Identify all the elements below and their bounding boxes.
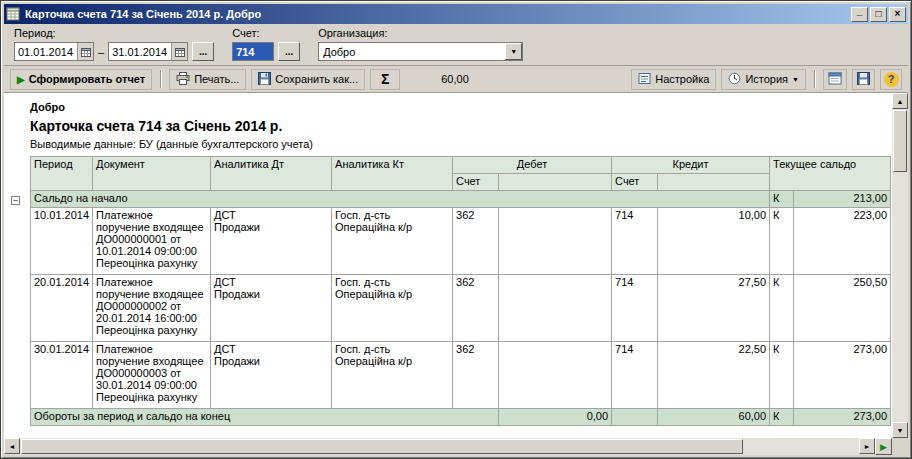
cell-period[interactable]: 30.01.2014 (31, 342, 93, 409)
col-header-credit[interactable]: Кредит (612, 157, 770, 174)
cell-analytics-dt[interactable]: ДСТ Продажи (211, 208, 332, 275)
cell-credit-account[interactable]: 714 (612, 208, 658, 275)
period-group: Период: – ... (14, 27, 214, 61)
date-to-field (108, 42, 188, 61)
sum-button[interactable]: Σ (370, 69, 400, 90)
account-more-button[interactable]: ... (278, 42, 300, 61)
horizontal-scrollbar[interactable]: ◄ ► (4, 438, 875, 455)
history-button[interactable]: История ▼ (721, 69, 806, 90)
col-header-debit-sum[interactable] (499, 174, 612, 191)
account-label: Счет: (232, 27, 300, 40)
settings-button[interactable]: Настройка (631, 69, 716, 90)
save-report-snapshot-button[interactable] (823, 69, 847, 90)
settings-icon (638, 72, 651, 87)
cell-balance-type[interactable]: К (770, 342, 794, 409)
col-header-credit-account[interactable]: Счет (612, 174, 658, 191)
bottom-scrollbar-row: ◄ ► ▶ (4, 438, 908, 455)
cell-debit-sum[interactable] (499, 342, 612, 409)
history-label: История (745, 73, 788, 85)
organization-select[interactable]: Добро ▼ (318, 42, 523, 61)
date-to-calendar-icon[interactable] (171, 43, 187, 60)
cell-debit-sum[interactable] (499, 275, 612, 342)
cell-debit-account[interactable]: 362 (453, 342, 499, 409)
maximize-button[interactable]: □ (870, 7, 887, 22)
col-header-balance[interactable]: Текущее сальдо (770, 157, 891, 191)
close-button[interactable]: × (889, 7, 906, 22)
col-header-analytics-kt[interactable]: Аналитика Кт (332, 157, 453, 191)
opening-balance-label[interactable]: Сальдо на начало (31, 191, 770, 208)
totals-balance[interactable]: 273,00 (794, 409, 891, 426)
minimize-button[interactable]: _ (851, 7, 868, 22)
totals-debit-sum[interactable]: 0,00 (499, 409, 612, 426)
application-window: Карточка счета 714 за Січень 2014 р. Доб… (0, 0, 912, 459)
print-button[interactable]: Печать... (169, 69, 246, 90)
date-from-calendar-icon[interactable] (77, 43, 93, 60)
horizontal-scroll-thumb[interactable] (21, 439, 743, 454)
cell-period[interactable]: 20.01.2014 (31, 275, 93, 342)
save-settings-button[interactable] (852, 69, 875, 90)
opening-balance-value[interactable]: 213,00 (794, 191, 891, 208)
diskette-icon (857, 72, 870, 87)
col-header-period[interactable]: Период (31, 157, 93, 191)
generate-report-button[interactable]: ▶ Сформировать отчет (10, 69, 152, 90)
totals-credit-account[interactable] (612, 409, 658, 426)
cell-balance[interactable]: 223,00 (794, 208, 891, 275)
cell-credit-sum[interactable]: 10,00 (658, 208, 770, 275)
cell-debit-sum[interactable] (499, 208, 612, 275)
date-to-input[interactable] (109, 43, 171, 60)
period-more-button[interactable]: ... (192, 42, 214, 61)
date-from-field (14, 42, 94, 61)
cell-analytics-dt[interactable]: ДСТ Продажи (211, 275, 332, 342)
cell-analytics-kt[interactable]: Госп. д-сть Операційна к/р (332, 275, 453, 342)
save-as-button[interactable]: Сохранить как... (251, 69, 365, 90)
cell-analytics-kt[interactable]: Госп. д-сть Операційна к/р (332, 208, 453, 275)
scroll-right-icon[interactable]: ► (859, 438, 875, 454)
cell-debit-account[interactable]: 362 (453, 275, 499, 342)
cell-document[interactable]: Платежное поручение входящее ДО000000001… (93, 208, 211, 275)
report-organization: Добро (30, 101, 892, 116)
cell-credit-account[interactable]: 714 (612, 275, 658, 342)
col-header-document[interactable]: Документ (93, 157, 211, 191)
cell-balance-type[interactable]: К (770, 275, 794, 342)
cell-analytics-dt[interactable]: ДСТ Продажи (211, 342, 332, 409)
totals-label[interactable]: Обороты за период и сальдо на конец (31, 409, 499, 426)
opening-balance-type[interactable]: К (770, 191, 794, 208)
titlebar[interactable]: Карточка счета 714 за Січень 2014 р. Доб… (4, 4, 908, 24)
scroll-down-icon[interactable]: ▼ (892, 422, 908, 438)
cell-credit-sum[interactable]: 22,50 (658, 342, 770, 409)
totals-credit-sum[interactable]: 60,00 (658, 409, 770, 426)
organization-value: Добро (319, 46, 505, 58)
opening-balance-row: Сальдо на начало К 213,00 (31, 191, 891, 208)
col-header-credit-sum[interactable] (658, 174, 770, 191)
fast-forward-button[interactable]: ▶ (875, 438, 892, 455)
cell-analytics-kt[interactable]: Госп. д-сть Операційна к/р (332, 342, 453, 409)
col-header-analytics-dt[interactable]: Аналитика Дт (211, 157, 332, 191)
totals-row: Обороты за период и сальдо на конец 0,00… (31, 409, 891, 426)
cell-balance-type[interactable]: К (770, 208, 794, 275)
close-icon: × (895, 9, 901, 19)
generate-icon: ▶ (17, 74, 25, 85)
help-button[interactable]: ? (880, 69, 902, 90)
cell-credit-account[interactable]: 714 (612, 342, 658, 409)
totals-balance-type[interactable]: К (770, 409, 794, 426)
vertical-scrollbar[interactable]: ▲ ▼ (892, 93, 908, 438)
report-subtitle: Выводимые данные: БУ (данные бухгалтерск… (30, 138, 892, 150)
vertical-scroll-thumb[interactable] (893, 110, 907, 172)
cell-document[interactable]: Платежное поручение входящее ДО000000003… (93, 342, 211, 409)
account-input[interactable] (233, 43, 273, 60)
cell-balance[interactable]: 250,50 (794, 275, 891, 342)
cell-period[interactable]: 10.01.2014 (31, 208, 93, 275)
date-from-input[interactable] (15, 43, 77, 60)
cell-document[interactable]: Платежное поручение входящее ДО000000002… (93, 275, 211, 342)
cell-debit-account[interactable]: 362 (453, 208, 499, 275)
organization-dropdown-icon[interactable]: ▼ (505, 43, 522, 60)
collapse-group-button[interactable]: − (11, 196, 20, 205)
cell-credit-sum[interactable]: 27,50 (658, 275, 770, 342)
scroll-left-icon[interactable]: ◄ (4, 438, 20, 454)
col-header-debit-account[interactable]: Счет (453, 174, 499, 191)
table-row: 10.01.2014 Платежное поручение входящее … (31, 208, 891, 275)
col-header-debit[interactable]: Дебет (453, 157, 612, 174)
cell-balance[interactable]: 273,00 (794, 342, 891, 409)
organization-label: Организация: (318, 27, 523, 40)
scroll-up-icon[interactable]: ▲ (892, 93, 908, 109)
